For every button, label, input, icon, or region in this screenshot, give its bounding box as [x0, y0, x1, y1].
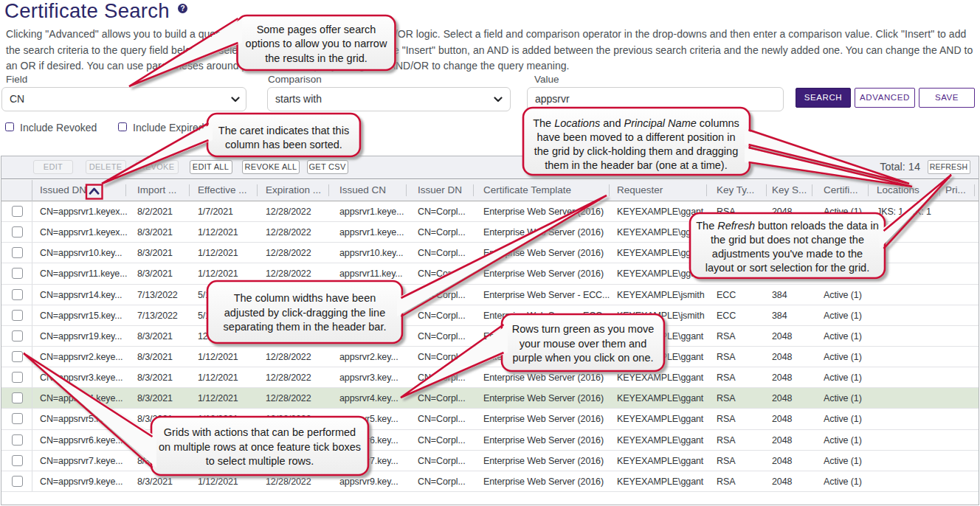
svg-text:have been moved to a different: have been moved to a different position … — [537, 131, 736, 143]
svg-text:The caret indicates that this: The caret indicates that this — [218, 125, 349, 136]
svg-text:The Locations and Principal Na: The Locations and Principal Name columns — [533, 117, 739, 129]
svg-text:column has been sorted.: column has been sorted. — [225, 139, 342, 150]
